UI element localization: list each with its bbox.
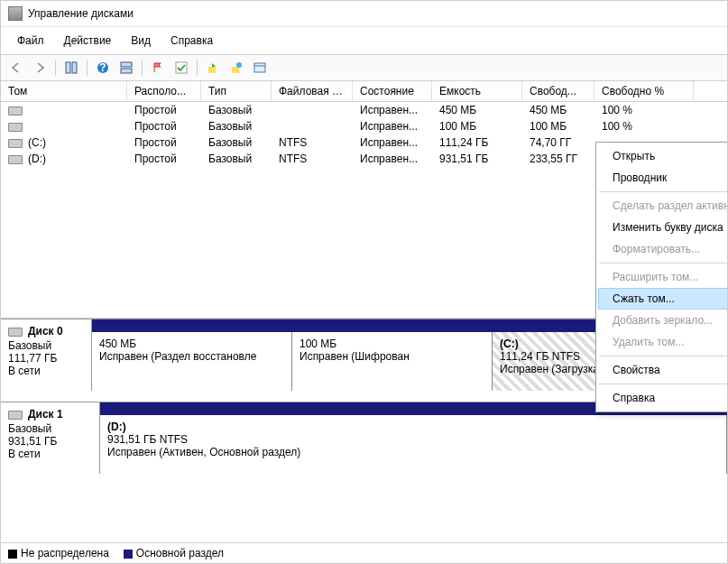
ctx-format: Форматировать... xyxy=(598,238,728,260)
svg-rect-7 xyxy=(208,67,216,73)
disk-panel: Диск 1Базовый931,51 ГБВ сети(D:)931,51 Г… xyxy=(1,402,727,474)
views-icon[interactable] xyxy=(61,59,81,77)
svg-rect-10 xyxy=(254,63,265,72)
ctx-separator xyxy=(599,356,728,356)
partition[interactable]: 450 МБИсправен (Раздел восстановле xyxy=(92,332,292,391)
ctx-change-letter[interactable]: Изменить букву диска xyxy=(598,217,728,238)
col-type[interactable]: Тип xyxy=(201,81,272,101)
col-volume[interactable]: Том xyxy=(1,81,127,101)
ctx-separator xyxy=(599,191,728,192)
svg-rect-6 xyxy=(176,62,187,73)
toolbar-separator xyxy=(197,60,198,76)
svg-rect-1 xyxy=(72,62,77,73)
col-capacity[interactable]: Емкость xyxy=(432,81,522,101)
check-icon[interactable] xyxy=(171,59,191,77)
layout-icon[interactable] xyxy=(116,59,136,77)
ctx-separator xyxy=(599,384,728,384)
title-bar: Управление дисками xyxy=(1,1,727,27)
menu-action[interactable]: Действие xyxy=(55,31,121,51)
ctx-extend: Расширить том... xyxy=(598,266,728,288)
volume-icon xyxy=(8,123,23,132)
forward-button[interactable] xyxy=(30,59,50,77)
svg-text:?: ? xyxy=(99,61,106,74)
toolbar-separator xyxy=(55,60,56,76)
svg-point-9 xyxy=(236,62,242,68)
svg-rect-5 xyxy=(121,69,132,73)
menu-view[interactable]: Вид xyxy=(122,31,160,51)
partition[interactable]: 100 МБИсправен (Шифрован xyxy=(292,332,493,391)
ctx-properties[interactable]: Свойства xyxy=(598,359,728,381)
col-status[interactable]: Состояние xyxy=(353,81,432,101)
col-fs[interactable]: Файловая с... xyxy=(272,81,353,101)
menu-help[interactable]: Справка xyxy=(161,31,222,51)
menu-file[interactable]: Файл xyxy=(8,31,53,51)
svg-rect-8 xyxy=(232,67,239,73)
col-freepct[interactable]: Свободно % xyxy=(594,81,694,101)
volume-icon xyxy=(8,139,23,148)
window-title: Управление дисками xyxy=(28,7,134,20)
disk-info[interactable]: Диск 1Базовый931,51 ГБВ сети xyxy=(1,402,100,474)
disk-icon xyxy=(8,328,23,337)
legend-unallocated: Не распределена xyxy=(8,547,109,559)
ctx-mirror: Добавить зеркало... xyxy=(598,310,728,331)
ctx-explorer[interactable]: Проводник xyxy=(598,167,728,189)
disk-icon xyxy=(8,411,23,420)
help-icon[interactable]: ? xyxy=(93,59,113,77)
col-free[interactable]: Свобод... xyxy=(522,81,594,101)
ctx-delete: Удалить том... xyxy=(598,331,728,353)
toolbar: ? xyxy=(1,55,727,81)
col-layout[interactable]: Располо... xyxy=(127,81,201,101)
table-header: Том Располо... Тип Файловая с... Состоян… xyxy=(1,81,727,102)
toolbar-separator xyxy=(87,60,88,76)
table-row[interactable]: ПростойБазовыйИсправен...100 МБ100 МБ100… xyxy=(1,118,727,134)
back-button[interactable] xyxy=(6,59,26,77)
disk-info[interactable]: Диск 0Базовый111,77 ГБВ сети xyxy=(1,319,92,391)
svg-rect-4 xyxy=(121,62,132,67)
menu-bar: Файл Действие Вид Справка xyxy=(1,27,727,55)
app-icon xyxy=(8,6,23,21)
ctx-mark-active: Сделать раздел активн xyxy=(598,195,728,217)
ctx-open[interactable]: Открыть xyxy=(598,145,728,167)
volume-icon xyxy=(8,106,23,116)
properties-icon[interactable] xyxy=(250,59,270,77)
action1-icon[interactable] xyxy=(203,59,223,77)
ctx-shrink[interactable]: Сжать том... xyxy=(598,288,728,310)
table-row[interactable]: ПростойБазовыйИсправен...450 МБ450 МБ100… xyxy=(1,102,727,118)
volume-icon xyxy=(8,155,23,164)
toolbar-separator xyxy=(142,60,143,76)
legend: Не распределена Основной раздел xyxy=(1,542,727,563)
context-menu: Открыть Проводник Сделать раздел активн … xyxy=(595,142,728,412)
action2-icon[interactable] xyxy=(226,59,246,77)
ctx-separator xyxy=(599,263,728,264)
partition[interactable]: (D:)931,51 ГБ NTFSИсправен (Активен, Осн… xyxy=(100,415,727,474)
svg-rect-0 xyxy=(66,62,70,73)
flag-icon[interactable] xyxy=(148,59,168,77)
legend-primary: Основной раздел xyxy=(124,547,224,559)
ctx-help[interactable]: Справка xyxy=(598,387,728,409)
